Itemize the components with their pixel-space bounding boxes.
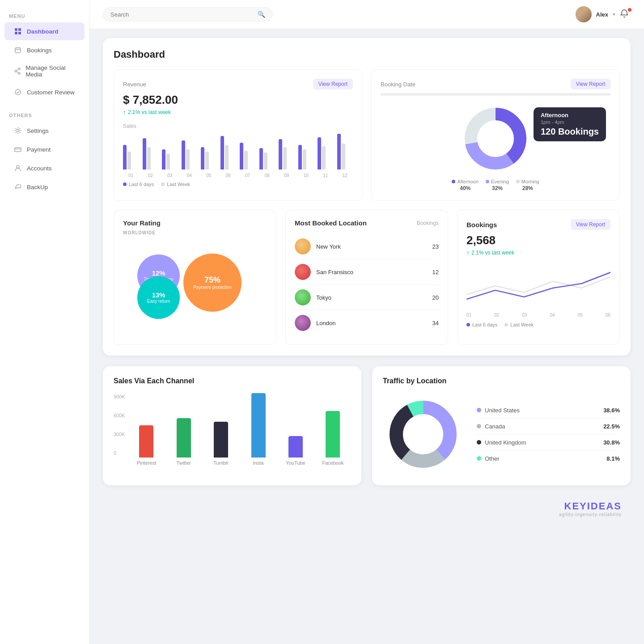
location-count: 20: [432, 294, 439, 301]
y-label: 300K: [114, 432, 125, 437]
bar-secondary: [244, 151, 248, 169]
up-arrow-icon: ↑: [123, 109, 126, 116]
main-content: 🔍 Alex ▾ Dashboard Revenue: [89, 0, 644, 535]
chart-label: 04: [550, 313, 555, 318]
y-label: 0: [114, 450, 125, 456]
sidebar-item-settings[interactable]: Settings: [4, 122, 85, 140]
sidebar-item-bookings[interactable]: Bookings: [4, 41, 85, 59]
bar-primary: [143, 138, 146, 169]
notification-bell[interactable]: [620, 9, 631, 20]
legend-label: Last 6 days: [129, 182, 154, 187]
booking-date-label: Booking Date: [381, 81, 415, 88]
traffic-title: Traffic by Location: [383, 377, 620, 385]
chart-label: 02: [494, 313, 499, 318]
sidebar-item-payment[interactable]: Payment: [4, 140, 85, 158]
sidebar-item-dashboard[interactable]: Dashboard: [4, 22, 85, 40]
legend-last6days: Last 6 days: [466, 322, 497, 327]
location-count: 12: [432, 269, 439, 275]
location-row-london: London 34: [295, 310, 439, 335]
booking-date-view-report-button[interactable]: View Report: [571, 79, 610, 89]
sidebar-menu-label: MENU: [0, 9, 89, 21]
bookings-change-text: 2.1% vs last week: [471, 250, 514, 256]
svg-point-8: [15, 89, 21, 95]
legend-name: United Kingdom: [477, 439, 526, 446]
location-row-newyork: New York 23: [295, 234, 439, 259]
bookings-card-header: Bookings View Report: [466, 219, 610, 230]
revenue-chart-labels: 010203040506070809101112: [123, 173, 353, 178]
location-name: Tokyo: [316, 294, 432, 301]
channel-bar-wrap: Facebook: [320, 411, 346, 466]
svg-rect-1: [18, 28, 21, 31]
channel-bar: [177, 418, 191, 458]
chart-label: 07: [240, 173, 256, 178]
legend-dot-us: [477, 408, 481, 412]
channel-chart: PinterestTwitterTumblrInstaYouTubeFacebo…: [129, 394, 351, 466]
bar-group: [182, 140, 198, 169]
channel-bar-wrap: Insta: [245, 393, 271, 466]
avatar: [576, 6, 592, 22]
accounts-icon: [13, 164, 22, 173]
search-bar[interactable]: 🔍: [103, 7, 273, 21]
bookings-card: Bookings View Report 2,568 ↑ 2.1% vs las…: [457, 210, 620, 345]
channel-bar: [139, 425, 153, 458]
sidebar-others-label: OTHERS: [0, 108, 89, 121]
food-img-sanfran: [295, 264, 311, 280]
location-count: 34: [432, 320, 439, 326]
rating-header: Your Rating: [123, 219, 267, 227]
search-input[interactable]: [110, 11, 258, 18]
svg-point-6: [15, 70, 17, 72]
bookings-chart-labels: 01 02 03 04 05 06: [466, 313, 610, 318]
legend-lastweek: Last Week: [504, 322, 534, 327]
payment-icon: [13, 145, 22, 154]
channel-label: Twitter: [177, 460, 191, 466]
revenue-card-header: Revenue View Report: [123, 79, 353, 89]
legend-label: Last Week: [510, 322, 534, 327]
bar-group: [201, 147, 217, 169]
bottom-row: Your Rating WORLDWIDE 75% Payment protec…: [114, 210, 620, 345]
header: 🔍 Alex ▾: [89, 0, 644, 29]
channel-label: Insta: [253, 460, 264, 466]
brand-footer: KEYIDEAS agility-ingenuity-reliability: [103, 496, 631, 521]
legend-dot-canada: [477, 424, 481, 428]
location-img-tokyo: [295, 289, 311, 305]
legend-label: Morning: [516, 179, 539, 184]
chart-label: 02: [143, 173, 159, 178]
location-img-london: [295, 315, 311, 331]
chart-label: 05: [201, 173, 217, 178]
legend-dot-secondary: [161, 182, 165, 186]
chart-label: 12: [337, 173, 353, 178]
bubble-payment: 75% Payment protection: [183, 254, 242, 312]
bar-primary: [279, 139, 282, 169]
revenue-label: Revenue: [123, 81, 146, 88]
revenue-view-report-button[interactable]: View Report: [313, 79, 353, 89]
bubbles-container: 75% Payment protection 12% Timely delive…: [123, 242, 267, 323]
sidebar-item-accounts[interactable]: Accounts: [4, 159, 85, 177]
channel-bars-area: PinterestTwitterTumblrInstaYouTubeFacebo…: [129, 394, 351, 466]
bar-group: [337, 134, 353, 169]
channel-bar: [214, 422, 228, 458]
booking-donut-chart: [460, 103, 531, 174]
channel-label: Tumblr: [213, 460, 229, 466]
user-name: Alex: [596, 11, 608, 18]
chart-label: 04: [182, 173, 198, 178]
traffic-card: Traffic by Location Unite: [372, 366, 631, 485]
bookings-label: Bookings: [466, 221, 497, 229]
dashboard-wrapper: Dashboard Revenue View Report $ 7,852.00…: [103, 38, 631, 356]
legend-lastweek: Last Week: [161, 182, 190, 187]
bar-group: [318, 137, 334, 169]
legend-pct-uk: 30.8%: [603, 439, 620, 446]
sidebar-item-social[interactable]: Manage Social Media: [4, 60, 85, 82]
legend-name: Other: [477, 455, 500, 462]
legend-pct-canada: 22.5%: [603, 423, 620, 430]
sidebar: MENU Dashboard Bookings: [0, 0, 89, 644]
most-booked-card: Most Booked Location Bookings New York 2…: [285, 210, 448, 345]
booking-date-card: Booking Date View Report Afternoon: [371, 69, 620, 201]
sidebar-item-review[interactable]: Customer Review: [4, 83, 85, 101]
rating-label: Your Rating: [123, 219, 161, 227]
sidebar-item-backup[interactable]: BackUp: [4, 178, 85, 196]
revenue-bar-chart: [123, 134, 353, 169]
booking-date-bar: [381, 93, 610, 96]
traffic-legend-row-uk: United Kingdom 30.8%: [477, 435, 620, 451]
bookings-view-report-button[interactable]: View Report: [571, 219, 610, 230]
legend-dot-primary: [123, 182, 127, 186]
